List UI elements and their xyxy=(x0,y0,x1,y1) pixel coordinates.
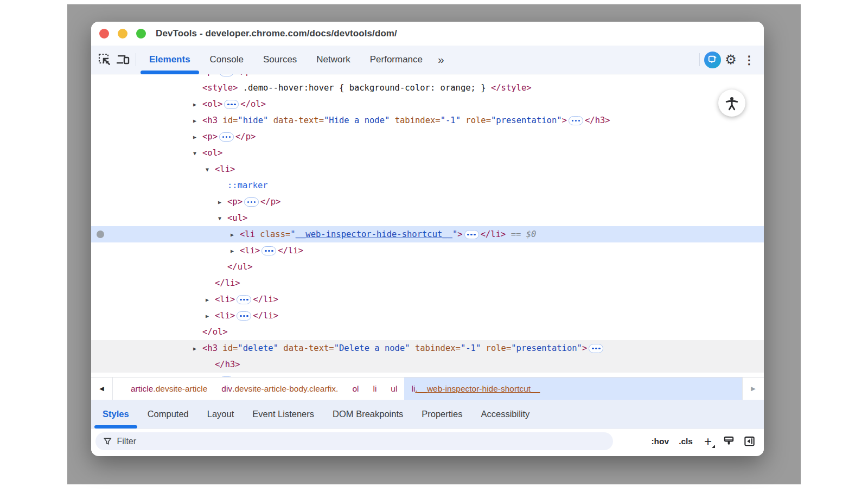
disclosure-arrow-icon[interactable]: ▼ xyxy=(193,145,202,162)
expand-ellipsis-button[interactable] xyxy=(219,132,234,142)
breadcrumb-item[interactable]: article.devsite-article xyxy=(124,378,214,400)
disclosure-arrow-icon[interactable]: ▶ xyxy=(193,97,202,113)
expand-ellipsis-button[interactable] xyxy=(464,230,479,239)
code-token: <ol> xyxy=(202,148,222,158)
disclosure-arrow-icon[interactable]: ▼ xyxy=(206,162,215,178)
sidebar-tab-event-listeners[interactable]: Event Listeners xyxy=(243,400,323,428)
dom-tree-row[interactable]: </li> xyxy=(91,275,764,291)
dom-tree-row[interactable]: ▶<h3 id="hide" data-text="Hide a node" t… xyxy=(91,112,764,129)
toggle-element-state-button[interactable]: :hov xyxy=(647,437,673,446)
styles-filter-field[interactable] xyxy=(95,432,613,450)
breadcrumb-item[interactable]: li xyxy=(366,378,384,400)
devtools-menu-button[interactable]: ⋮ xyxy=(740,50,758,69)
breadcrumb-scroll-left-button[interactable]: ◀ xyxy=(91,378,113,400)
sidebar-tab-properties[interactable]: Properties xyxy=(412,400,471,428)
code-token: </li> xyxy=(253,311,278,321)
inspect-element-button[interactable] xyxy=(95,50,114,69)
expand-ellipsis-button[interactable] xyxy=(219,376,234,377)
dom-tree-row[interactable]: ▶<li></li> xyxy=(91,291,764,308)
dom-tree-row[interactable]: </ol> xyxy=(91,324,764,340)
dom-tree-row[interactable]: ▶<ol></ol> xyxy=(91,96,764,112)
expand-ellipsis-button[interactable] xyxy=(219,74,234,76)
sidebar-tab-styles[interactable]: Styles xyxy=(93,400,138,428)
dom-tree-row[interactable]: </h3> xyxy=(91,356,764,373)
disclosure-arrow-icon[interactable]: ▶ xyxy=(193,341,202,357)
dom-tree-row[interactable]: ▶<p></p> xyxy=(91,74,764,80)
dom-tree-row[interactable]: ▶<li></li> xyxy=(91,308,764,324)
tab-performance[interactable]: Performance xyxy=(360,46,432,74)
breadcrumb: article.devsite-articlediv.devsite-artic… xyxy=(113,378,742,400)
expand-ellipsis-button[interactable] xyxy=(261,246,276,255)
code-token: class= xyxy=(255,229,290,239)
disclosure-arrow-icon[interactable]: ▶ xyxy=(193,373,202,378)
new-style-rule-button[interactable]: + xyxy=(699,432,717,451)
dom-tree-row[interactable]: </ul> xyxy=(91,259,764,275)
dom-tree-row[interactable]: ▶<h3 id="delete" data-text="Delete a nod… xyxy=(91,340,764,356)
toggle-sidebar-button[interactable] xyxy=(740,432,758,451)
close-button[interactable] xyxy=(99,29,109,39)
dom-tree-row[interactable]: ▶<p></p> xyxy=(91,373,764,377)
active-tab-underline xyxy=(141,71,199,74)
sidebar-tab-layout[interactable]: Layout xyxy=(198,400,244,428)
disclosure-arrow-icon[interactable]: ▶ xyxy=(218,194,227,210)
breadcrumb-scroll-right-button[interactable]: ▶ xyxy=(742,378,764,400)
code-token: > xyxy=(457,229,462,239)
breadcrumb-item[interactable]: ol xyxy=(345,378,366,400)
disclosure-arrow-icon[interactable]: ▶ xyxy=(206,292,215,308)
code-token: "delete" xyxy=(238,343,278,353)
window-title: DevTools - developer.chrome.com/docs/dev… xyxy=(156,28,397,39)
disclosure-arrow-icon[interactable]: ▶ xyxy=(206,308,215,324)
sidebar-tab-accessibility[interactable]: Accessibility xyxy=(471,400,539,428)
code-token: <li> xyxy=(215,311,235,321)
device-toolbar-button[interactable] xyxy=(114,50,132,69)
more-tabs-icon: » xyxy=(438,53,444,66)
code-token: role= xyxy=(481,343,511,353)
breadcrumb-item[interactable]: ul xyxy=(384,378,404,400)
styles-filter-bar: :hov .cls + xyxy=(91,428,764,453)
breadcrumb-item[interactable]: li.__web-inspector-hide-shortcut__ xyxy=(404,378,742,400)
expand-ellipsis-button[interactable] xyxy=(569,116,583,125)
dom-tree-row[interactable]: <style> .demo--hover:hover { background-… xyxy=(91,80,764,96)
disclosure-arrow-icon[interactable]: ▶ xyxy=(193,129,202,145)
sidebar-tab-label: Layout xyxy=(207,409,234,419)
dom-tree-row[interactable]: ▶<li class="__web-inspector-hide-shortcu… xyxy=(91,226,764,242)
expand-ellipsis-button[interactable] xyxy=(244,197,259,207)
disclosure-arrow-icon[interactable]: ▶ xyxy=(193,113,202,129)
expand-ellipsis-button[interactable] xyxy=(589,344,603,353)
breadcrumb-item[interactable]: div.devsite-article-body.clearfix. xyxy=(214,378,345,400)
minimize-button[interactable] xyxy=(118,29,127,39)
dom-tree-row[interactable]: ▼<ol> xyxy=(91,145,764,161)
zoom-button[interactable] xyxy=(136,29,146,39)
dom-tree-row[interactable]: ::marker xyxy=(91,177,764,194)
sidebar-tab-label: Event Listeners xyxy=(252,409,314,419)
element-classes-button[interactable]: .cls xyxy=(675,437,697,446)
disclosure-arrow-icon[interactable]: ▶ xyxy=(231,227,240,243)
disclosure-arrow-icon[interactable]: ▶ xyxy=(231,243,240,259)
expand-ellipsis-button[interactable] xyxy=(224,100,239,109)
filter-input[interactable] xyxy=(117,437,605,446)
dom-tree-row[interactable]: ▶<p></p> xyxy=(91,194,764,210)
more-panels-button[interactable]: » xyxy=(432,53,450,66)
panel-tabs: ElementsConsoleSourcesNetworkPerformance xyxy=(139,46,432,74)
dom-tree-row[interactable]: ▼<li> xyxy=(91,161,764,177)
rendering-emulation-button[interactable] xyxy=(719,432,738,451)
dom-tree-row[interactable]: ▶<p></p> xyxy=(91,129,764,145)
disclosure-arrow-icon[interactable]: ▼ xyxy=(218,210,227,227)
code-token: > xyxy=(582,343,587,353)
sidebar-tab-dom-breakpoints[interactable]: DOM Breakpoints xyxy=(323,400,412,428)
ai-assistance-button[interactable] xyxy=(703,50,722,69)
expand-ellipsis-button[interactable] xyxy=(237,295,251,304)
disclosure-arrow-icon[interactable]: ▶ xyxy=(193,74,202,80)
dom-tree-row[interactable]: ▶<li></li> xyxy=(91,242,764,259)
sidebar-tab-computed[interactable]: Computed xyxy=(138,400,198,428)
tab-network[interactable]: Network xyxy=(307,46,360,74)
breadcrumb-token: ul xyxy=(391,384,397,394)
tab-console[interactable]: Console xyxy=(200,46,253,74)
code-token: id= xyxy=(218,116,238,125)
settings-button[interactable]: ⚙ xyxy=(722,50,740,69)
expand-ellipsis-button[interactable] xyxy=(237,311,251,321)
tab-elements[interactable]: Elements xyxy=(139,46,200,74)
dom-tree-row[interactable]: ▼<ul> xyxy=(91,210,764,226)
code-token: id= xyxy=(218,343,238,353)
tab-sources[interactable]: Sources xyxy=(253,46,307,74)
